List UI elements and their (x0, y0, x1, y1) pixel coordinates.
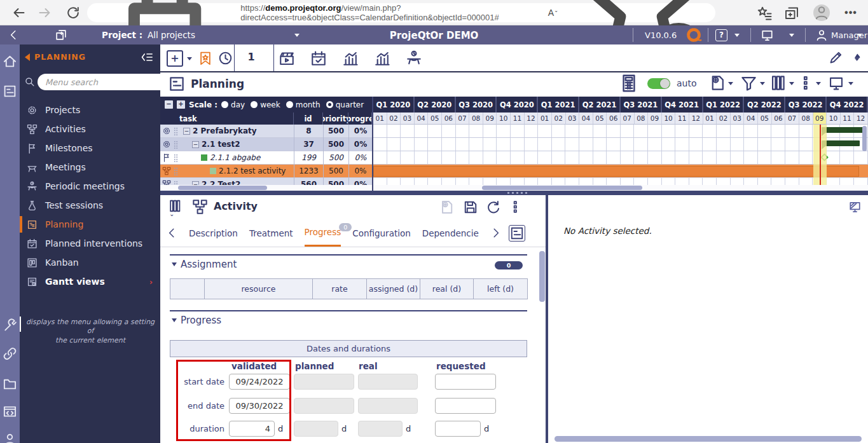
home-icon[interactable] (3, 54, 17, 69)
table-row[interactable]: −2.2 Test25605000% (160, 178, 868, 185)
planning-shortcut-icon[interactable] (3, 84, 17, 99)
panel-chevron-icon[interactable]: ⌄ (169, 210, 174, 217)
activity-vscrollbar[interactable] (539, 251, 545, 302)
real-end-date-input[interactable] (358, 398, 418, 414)
radio-quarter[interactable] (326, 101, 333, 108)
profile-avatar[interactable] (813, 4, 830, 21)
tab-list-icon[interactable] (509, 225, 525, 242)
radio-month[interactable] (286, 101, 293, 108)
gantt-vscrollbar[interactable] (862, 126, 867, 151)
add-view-caret-icon[interactable] (728, 82, 733, 85)
read-aloud-icon[interactable]: A⌄ (548, 8, 558, 18)
sidebar-collapse-icon[interactable] (141, 51, 153, 64)
scale-option-quarter[interactable]: quarter (326, 100, 364, 109)
add-button[interactable]: + (167, 50, 183, 67)
browser-menu-icon[interactable]: ••• (843, 5, 858, 20)
user-icon[interactable] (815, 29, 828, 41)
drag-handle-icon[interactable] (174, 181, 178, 186)
add-view-icon[interactable] (708, 74, 726, 92)
kebab-icon[interactable] (797, 75, 813, 91)
sidebar-item-projects[interactable]: Projects (20, 100, 160, 119)
display-mode-caret-icon[interactable] (848, 82, 853, 85)
sidebar-item-milestones[interactable]: Milestones (20, 139, 160, 158)
sidebar-item-test-sessions[interactable]: Test sessions (20, 196, 160, 215)
columns-icon[interactable] (769, 74, 787, 92)
sort-arrows-icon[interactable] (853, 50, 862, 67)
drag-handle-icon[interactable] (174, 140, 178, 149)
planned-end-date-input[interactable] (294, 398, 354, 414)
sidebar-item-meetings[interactable]: Meetings (20, 158, 160, 177)
gantt-hscrollbar[interactable] (482, 186, 642, 190)
gantt-bar[interactable] (822, 127, 865, 133)
menu-search-input[interactable] (38, 74, 170, 90)
help-button[interactable]: ? (715, 29, 727, 41)
real-duration-input[interactable] (358, 421, 403, 437)
sidebar-item-planned-interventions[interactable]: Planned interventions (20, 234, 160, 253)
filter-caret-icon[interactable] (760, 82, 765, 85)
tab-progress[interactable]: Progress0 (305, 219, 341, 247)
address-bar[interactable]: https://demo.projeqtor.org/view/main.php… (87, 3, 715, 22)
edit-icon[interactable] (828, 50, 843, 65)
table-hscrollbar[interactable] (178, 186, 267, 190)
chart-icon-2[interactable] (374, 50, 390, 67)
real-start-date-input[interactable] (358, 374, 418, 390)
code-icon[interactable] (3, 404, 17, 419)
table-row[interactable]: 2.1.1 abgabe1995000% (160, 151, 868, 165)
collapse-box[interactable]: − (183, 128, 190, 135)
sidebar-item-periodic-meetings[interactable]: Periodic meetings (20, 177, 160, 196)
splitter-bar[interactable] (160, 191, 868, 195)
sidebar-item-gantt-views[interactable]: Gantt views› (20, 272, 160, 291)
requested-start-date-input[interactable] (435, 374, 496, 390)
tab-dependencie[interactable]: Dependencie (422, 219, 479, 247)
radio-day[interactable] (221, 101, 228, 108)
tab-treatment[interactable]: Treatment (249, 219, 293, 247)
meeting-icon[interactable] (406, 50, 422, 67)
undo-icon[interactable] (486, 200, 501, 215)
session-calendar-icon[interactable] (310, 50, 327, 67)
kebab-caret-icon[interactable] (816, 82, 821, 85)
tab-description[interactable]: Description (189, 219, 238, 247)
collapse-all-button[interactable]: − (165, 100, 173, 109)
drag-handle-icon[interactable] (174, 167, 178, 175)
display-caret-icon[interactable] (789, 34, 794, 37)
progress-heading[interactable]: Progress (172, 315, 221, 326)
forward-icon[interactable] (37, 5, 52, 20)
table-row[interactable]: 2.1.2 test activity12335000% (160, 165, 868, 178)
collapse-box[interactable]: − (192, 141, 199, 148)
save-icon[interactable] (463, 200, 478, 215)
requested-duration-input[interactable] (435, 421, 481, 437)
sidebar-item-activities[interactable]: Activities (20, 119, 160, 139)
back-icon[interactable] (11, 5, 27, 20)
gantt-bar[interactable] (822, 140, 860, 146)
table-row[interactable]: −2 Prefabrykaty85000% (160, 125, 868, 138)
filter-icon[interactable] (740, 74, 757, 92)
folder-icon[interactable] (3, 376, 17, 391)
expand-all-button[interactable]: + (177, 100, 185, 109)
collections-icon[interactable] (784, 5, 799, 20)
scale-option-week[interactable]: week (251, 100, 280, 109)
calculator-icon[interactable] (619, 74, 638, 93)
favorites-icon[interactable] (757, 5, 772, 20)
display-mode-icon[interactable] (828, 75, 844, 92)
tab-configuration[interactable]: Configuration (352, 219, 411, 247)
assignment-heading[interactable]: Assignment (172, 259, 237, 270)
add-document-icon[interactable] (439, 200, 454, 215)
sidebar-item-kanban[interactable]: Kanban (20, 253, 160, 272)
detach-icon[interactable] (848, 200, 862, 214)
user-caret-icon[interactable] (857, 34, 862, 37)
clapperboard-icon[interactable] (279, 50, 295, 67)
sidebar-item-planning[interactable]: Planning (20, 215, 160, 234)
link-icon[interactable] (3, 346, 17, 361)
gantt-active-bar[interactable] (373, 166, 859, 177)
person-shortcut-icon[interactable] (3, 432, 17, 443)
wrench-icon[interactable] (3, 318, 17, 332)
scale-option-day[interactable]: day (221, 100, 245, 109)
add-caret-icon[interactable] (187, 57, 192, 60)
scale-option-month[interactable]: month (286, 100, 320, 109)
chart-icon-1[interactable] (342, 50, 359, 67)
tabs-scroll-right-icon[interactable] (490, 219, 502, 247)
columns-caret-icon[interactable] (789, 82, 794, 85)
drag-handle-icon[interactable] (174, 127, 178, 135)
display-menu-icon[interactable] (761, 29, 774, 42)
tabs-scroll-left-icon[interactable] (166, 219, 177, 247)
